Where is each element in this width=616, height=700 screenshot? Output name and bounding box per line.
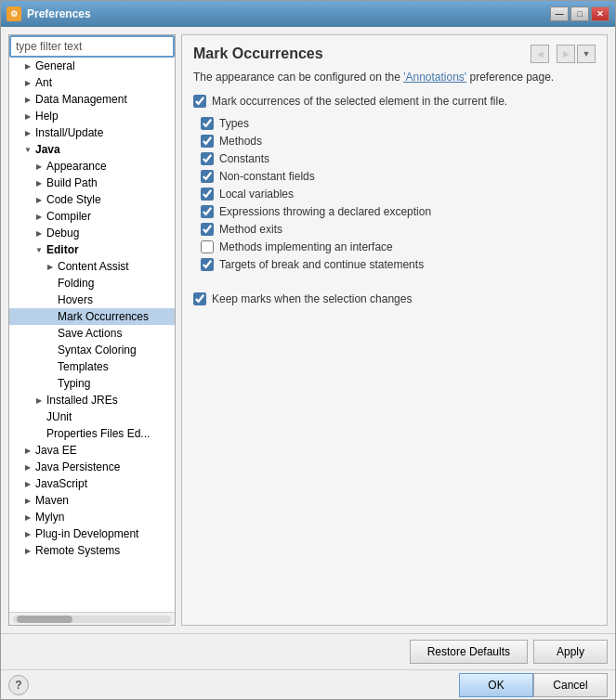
constants-row: Constants [201, 152, 596, 165]
tree-item-mylyn[interactable]: ▶ Mylyn [9, 509, 175, 525]
tree-arrow-junit [33, 411, 45, 422]
tree-label-general: General [35, 59, 75, 72]
tree-item-syntax-coloring[interactable]: Syntax Coloring [9, 342, 175, 358]
tree-arrow-general: ▶ [22, 60, 33, 71]
tree-item-maven[interactable]: ▶ Maven [9, 492, 175, 509]
description-post: preference page. [466, 71, 554, 84]
tree-item-folding[interactable]: Folding [9, 275, 175, 292]
left-panel: ▶ General ▶ Ant ▶ Data Management ▶ Help… [8, 34, 176, 626]
tree-item-save-actions[interactable]: Save Actions [9, 325, 175, 342]
main-checkbox[interactable] [193, 95, 206, 108]
tree-arrow-properties-files [33, 428, 45, 439]
tree-item-junit[interactable]: JUnit [9, 408, 175, 425]
tree-label-debug: Debug [46, 227, 79, 240]
tree-container: ▶ General ▶ Ant ▶ Data Management ▶ Help… [9, 58, 175, 612]
minimize-button[interactable]: — [550, 6, 569, 21]
tree-item-java[interactable]: ▼ Java [9, 141, 175, 158]
tree-item-install-update[interactable]: ▶ Install/Update [9, 124, 175, 141]
tree-item-ant[interactable]: ▶ Ant [9, 74, 175, 91]
constants-label: Constants [219, 152, 269, 165]
constants-checkbox[interactable] [201, 152, 214, 165]
tree-arrow-java: ▼ [22, 144, 33, 155]
tree-label-maven: Maven [35, 494, 69, 507]
tree-label-data-management: Data Management [35, 93, 127, 106]
ok-button[interactable]: OK [459, 673, 533, 697]
nav-dropdown-button[interactable]: ▼ [577, 45, 596, 63]
tree-label-help: Help [35, 110, 59, 123]
tree-item-properties-files[interactable]: Properties Files Ed... [9, 425, 175, 442]
tree-item-data-management[interactable]: ▶ Data Management [9, 91, 175, 108]
method-exits-checkbox[interactable] [201, 223, 214, 236]
local-variables-checkbox[interactable] [201, 188, 214, 201]
tree-label-mark-occurrences: Mark Occurrences [58, 310, 149, 323]
cancel-button[interactable]: Cancel [533, 673, 608, 697]
tree-label-typing: Typing [58, 377, 90, 390]
targets-break-continue-label: Targets of break and continue statements [219, 258, 424, 271]
window-title: Preferences [27, 7, 550, 20]
tree-item-build-path[interactable]: ▶ Build Path [9, 175, 175, 191]
tree-item-javascript[interactable]: ▶ JavaScript [9, 475, 175, 492]
non-constant-fields-row: Non-constant fields [201, 170, 596, 183]
tree-arrow-java-ee: ▶ [22, 445, 33, 456]
tree-arrow-save-actions [45, 328, 56, 339]
methods-checkbox[interactable] [201, 135, 214, 148]
preferences-window: ⚙ Preferences — □ ✕ ▶ General ▶ Ant [0, 0, 616, 700]
tree-item-java-ee[interactable]: ▶ Java EE [9, 442, 175, 459]
tree-item-editor[interactable]: ▼ Editor [9, 241, 175, 258]
tree-arrow-debug: ▶ [33, 227, 45, 239]
window-controls: — □ ✕ [550, 6, 609, 21]
tree-item-general[interactable]: ▶ General [9, 58, 175, 74]
panel-title: Mark Occurrences [193, 45, 323, 62]
tree-item-hovers[interactable]: Hovers [9, 292, 175, 308]
tree-label-templates: Templates [58, 360, 109, 373]
tree-item-java-persistence[interactable]: ▶ Java Persistence [9, 459, 175, 475]
tree-label-plug-in-development: Plug-in Development [35, 527, 138, 540]
tree-arrow-typing [45, 378, 56, 389]
methods-implementing-checkbox[interactable] [201, 240, 214, 253]
tree-item-typing[interactable]: Typing [9, 375, 175, 392]
tree-item-debug[interactable]: ▶ Debug [9, 225, 175, 241]
horizontal-scrollbar[interactable] [9, 612, 175, 625]
tree-arrow-appearance: ▶ [33, 161, 45, 172]
tree-item-templates[interactable]: Templates [9, 358, 175, 375]
options-group: Types Methods Constants Non-constant fie… [201, 117, 596, 276]
restore-defaults-button[interactable]: Restore Defaults [410, 640, 528, 664]
tree-arrow-templates [45, 361, 56, 372]
non-constant-fields-checkbox[interactable] [201, 170, 214, 183]
description-text: The appearance can be configured on the … [193, 69, 596, 85]
tree-label-mylyn: Mylyn [35, 511, 64, 524]
annotations-link[interactable]: 'Annotations' [403, 71, 466, 84]
expressions-throwing-checkbox[interactable] [201, 205, 214, 218]
tree-item-code-style[interactable]: ▶ Code Style [9, 191, 175, 208]
tree-label-content-assist: Content Assist [58, 260, 129, 273]
bottom-bar: Restore Defaults Apply [1, 633, 615, 669]
close-button[interactable]: ✕ [591, 6, 609, 21]
forward-button[interactable]: ▶ [557, 45, 575, 63]
title-bar: ⚙ Preferences — □ ✕ [1, 1, 615, 27]
back-button[interactable]: ◀ [531, 45, 549, 63]
main-checkbox-label: Mark occurrences of the selected element… [212, 95, 507, 108]
tree-item-plug-in-development[interactable]: ▶ Plug-in Development [9, 525, 175, 542]
tree-label-properties-files: Properties Files Ed... [46, 427, 150, 440]
tree-item-compiler[interactable]: ▶ Compiler [9, 208, 175, 225]
filter-input[interactable] [9, 35, 175, 58]
tree-item-content-assist[interactable]: ▶ Content Assist [9, 258, 175, 275]
keep-marks-checkbox[interactable] [193, 292, 206, 305]
tree-label-ant: Ant [35, 76, 52, 89]
methods-implementing-label: Methods implementing an interface [219, 240, 393, 253]
tree-label-installed-jres: Installed JREs [46, 394, 118, 407]
tree-label-folding: Folding [58, 277, 94, 290]
types-checkbox[interactable] [201, 117, 214, 130]
tree-item-remote-systems[interactable]: ▶ Remote Systems [9, 542, 175, 559]
tree-item-mark-occurrences[interactable]: Mark Occurrences [9, 308, 175, 325]
tree-item-installed-jres[interactable]: ▶ Installed JREs [9, 392, 175, 408]
targets-break-continue-checkbox[interactable] [201, 258, 214, 271]
tree-item-help[interactable]: ▶ Help [9, 108, 175, 124]
maximize-button[interactable]: □ [570, 6, 589, 21]
apply-button[interactable]: Apply [533, 640, 608, 664]
help-button[interactable]: ? [8, 675, 29, 695]
tree-arrow-plug-in-development: ▶ [22, 528, 33, 539]
local-variables-label: Local variables [219, 188, 294, 201]
tree-label-junit: JUnit [46, 410, 72, 423]
tree-item-appearance[interactable]: ▶ Appearance [9, 158, 175, 175]
